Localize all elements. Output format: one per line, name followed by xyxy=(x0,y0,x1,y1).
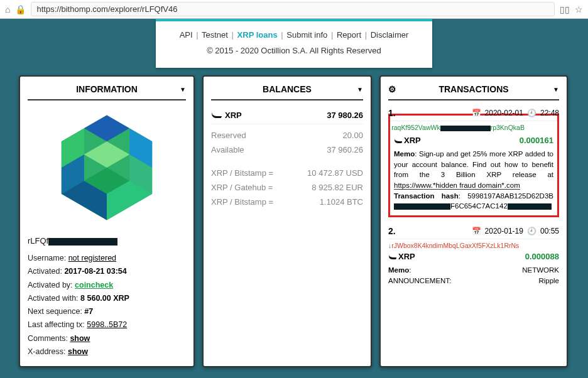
panel-information: INFORMATION ▼ rLFQf Username: not regist… xyxy=(19,75,195,367)
panel-balances: BALANCES ▼ XRP 37 980.26 Reserved20.00 A… xyxy=(202,75,372,367)
rate-row: XRP / Bitstamp =1.1024 BTC xyxy=(211,195,363,209)
link-testnet[interactable]: Testnet xyxy=(202,30,228,40)
tx-date: 2020-02-01 xyxy=(485,109,523,117)
panel-header-info[interactable]: INFORMATION ▼ xyxy=(28,84,186,100)
balance-main: XRP 37 980.26 xyxy=(211,108,363,124)
clock-icon: 🕘 xyxy=(527,109,536,117)
chevron-down-icon[interactable]: ▼ xyxy=(180,86,186,93)
home-icon[interactable]: ⌂ xyxy=(5,4,10,14)
rate-row: XRP / Gatehub =8 925.82 EUR xyxy=(211,180,363,195)
tx-time: 00:55 xyxy=(540,227,559,235)
link-xrp-loans[interactable]: XRP loans xyxy=(237,30,278,40)
rate-row: XRP / Bitstamp =10 472.87 USD xyxy=(211,166,363,180)
link-coincheck[interactable]: coincheck xyxy=(75,281,113,289)
xrp-icon xyxy=(388,254,398,259)
url-input[interactable] xyxy=(31,2,555,16)
footer: API | Testnet | XRP loans | Submit info … xyxy=(156,19,432,68)
link-report[interactable]: Report xyxy=(337,30,361,40)
link-submit[interactable]: Submit info xyxy=(286,30,327,40)
account-address: rLFQf xyxy=(28,236,186,246)
info-last-tx: Last affecting tx: 5998..5B72 xyxy=(28,318,186,332)
copyright: © 2015 - 2020 Octillion S.A. All Rights … xyxy=(168,46,420,55)
panel-header-bal[interactable]: BALANCES ▼ xyxy=(211,84,363,100)
memo-url[interactable]: https://www.*hidden fraud domain*.com xyxy=(394,181,520,190)
chevron-down-icon[interactable]: ▼ xyxy=(357,86,363,93)
info-username: Username: not registered xyxy=(28,252,186,265)
avatar-image xyxy=(47,108,166,227)
info-next-seq: Next sequence: #7 xyxy=(28,305,186,318)
xrp-icon xyxy=(393,138,404,143)
panel-header-tx[interactable]: ⚙ TRANSACTIONS ▼ xyxy=(388,84,559,100)
tx-memo: Memo: Sign-up and get 25% more XRP added… xyxy=(394,149,553,212)
panel-title: TRANSACTIONS xyxy=(438,84,508,94)
tx-memo-cont: ANNOUNCEMENT:Ripple xyxy=(388,276,559,286)
browser-address-bar: ⌂ 🔒 ▯▯ ☆ xyxy=(0,0,588,19)
calendar-icon: 📅 xyxy=(472,227,481,235)
tx-amount-row: XRP 0.000161 xyxy=(394,136,553,145)
gear-icon[interactable]: ⚙ xyxy=(388,84,396,94)
balance-reserved: Reserved20.00 xyxy=(211,128,363,143)
info-activated: Activated: 2017-08-21 03:54 xyxy=(28,265,186,278)
transaction-item: 2. 📅2020-01-19 🕘00:55 ↓rJWbox8K4kndimMbq… xyxy=(388,226,559,286)
tx-counterparty[interactable]: ↓rJWbox8K4kndimMbqLGaxXf5FXzLk1RrNs xyxy=(388,242,559,249)
tx-number: 2. xyxy=(388,226,396,236)
chevron-down-icon[interactable]: ▼ xyxy=(553,86,559,93)
panel-title: INFORMATION xyxy=(76,84,138,94)
info-activated-by: Activated by: coincheck xyxy=(28,279,186,292)
clock-icon: 🕘 xyxy=(527,227,536,235)
link-last-tx[interactable]: 5998..5B72 xyxy=(87,320,127,329)
tx-number: 1. xyxy=(388,108,396,118)
tx-time: 22:48 xyxy=(540,109,559,117)
info-xaddress: X-address: show xyxy=(28,345,186,359)
panel-title: BALANCES xyxy=(263,84,312,94)
lock-icon: 🔒 xyxy=(15,4,26,14)
reader-icon[interactable]: ▯▯ xyxy=(560,4,570,14)
info-comments: Comments: show xyxy=(28,332,186,345)
balance-available: Available37 960.26 xyxy=(211,143,363,157)
calendar-icon: 📅 xyxy=(472,109,481,117)
tx-date: 2020-01-19 xyxy=(485,227,523,235)
star-icon[interactable]: ☆ xyxy=(575,4,583,14)
link-show-xaddr[interactable]: show xyxy=(68,347,88,356)
link-disclaimer[interactable]: Disclaimer xyxy=(371,30,409,40)
transaction-item: 1. 📅2020-02-01 🕘22:48 ↓raqKf952VawWkrp3K… xyxy=(388,108,559,217)
info-activated-with: Activated with: 8 560.00 XRP xyxy=(28,292,186,305)
link-api[interactable]: API xyxy=(180,30,193,40)
footer-links: API | Testnet | XRP loans | Submit info … xyxy=(168,30,420,40)
xrp-icon xyxy=(210,112,224,118)
panel-transactions: ⚙ TRANSACTIONS ▼ 1. 📅2020-02-01 🕘22:48 ↓… xyxy=(379,75,568,367)
link-show-comments[interactable]: show xyxy=(70,334,90,343)
tx-amount-row: XRP 0.000088 xyxy=(388,252,559,261)
tx-memo: Memo: NETWORK xyxy=(388,265,559,276)
